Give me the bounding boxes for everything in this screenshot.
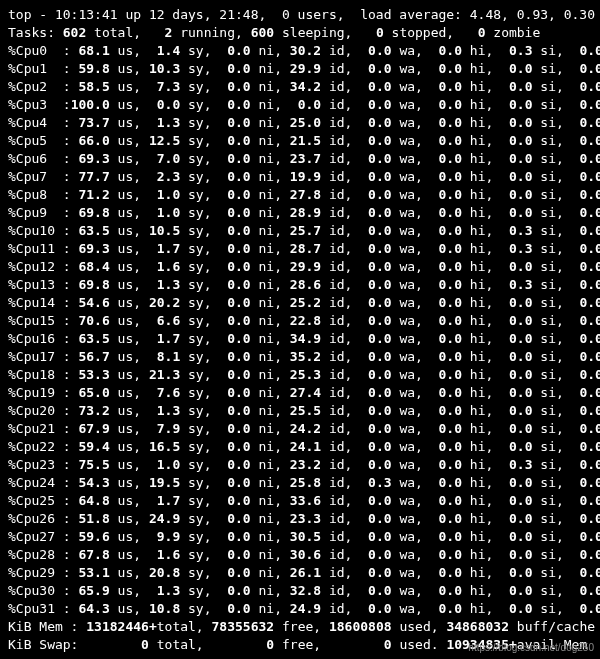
watermark: https://blog.csdn.net/dog250 — [468, 639, 594, 657]
top-terminal[interactable]: top - 10:13:41 up 12 days, 21:48, 0 user… — [0, 0, 600, 659]
